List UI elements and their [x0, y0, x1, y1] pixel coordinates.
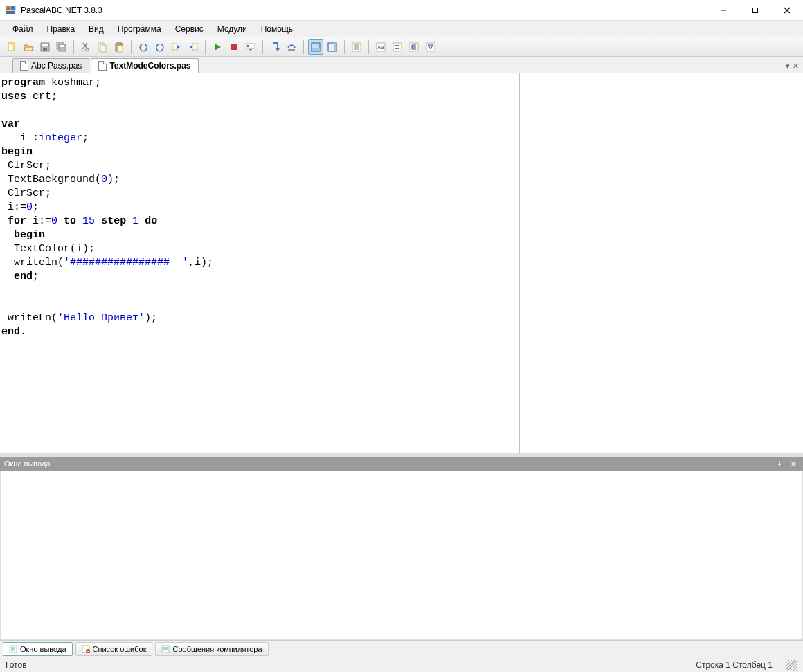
svg-rect-32 [288, 49, 295, 51]
toolbar-separator [205, 40, 206, 54]
pin-icon[interactable] [774, 458, 785, 469]
generate-button[interactable] [423, 39, 438, 55]
undo-button[interactable] [136, 39, 151, 55]
properties-button[interactable] [349, 39, 364, 55]
menu-program[interactable]: Программа [111, 22, 168, 36]
svg-rect-13 [43, 48, 47, 51]
svg-rect-24 [117, 42, 121, 44]
copy-button[interactable] [95, 39, 110, 55]
step-into-button[interactable] [267, 39, 282, 55]
stop-button[interactable] [226, 39, 242, 55]
toolbar-separator [344, 40, 345, 54]
svg-rect-31 [247, 46, 249, 47]
svg-rect-30 [247, 45, 249, 46]
close-button[interactable] [771, 0, 803, 20]
svg-rect-29 [246, 44, 255, 48]
bottom-tab-label: Список ошибок [93, 645, 147, 653]
toggle-sidebar-button[interactable] [325, 39, 340, 55]
toggle-output-panel-button[interactable] [308, 39, 323, 55]
minimize-button[interactable] [707, 0, 739, 20]
svg-rect-34 [312, 48, 320, 51]
compiler-icon [161, 645, 170, 653]
bottom-tab-compiler[interactable]: Сообщения компилятора [155, 642, 268, 656]
svg-rect-28 [231, 44, 237, 50]
status-cursor-position: Строка 1 Столбец 1 [696, 660, 773, 670]
titlebar: AB PascalABC.NET 3.8.3 [0, 0, 803, 21]
svg-rect-12 [42, 44, 48, 46]
open-file-button[interactable] [21, 39, 36, 55]
svg-rect-25 [118, 46, 123, 52]
toolbar-separator [73, 40, 74, 54]
new-file-button[interactable] [4, 39, 19, 55]
save-button[interactable] [37, 39, 53, 55]
toolbar-separator [303, 40, 304, 54]
bottom-tab-label: Окно вывода [20, 645, 66, 653]
bottom-tab-output[interactable]: Окно вывода [3, 642, 73, 656]
output-panel-body[interactable] [0, 471, 803, 640]
svg-rect-36 [334, 43, 336, 51]
svg-point-20 [86, 48, 89, 51]
status-ready: Готов [6, 660, 696, 670]
menu-help[interactable]: Помощь [254, 22, 300, 36]
bottom-tabs: Окно вывода Список ошибок Сообщения комп… [0, 640, 803, 657]
side-panel [519, 73, 803, 453]
tab-label: Abc Pass.pas [31, 61, 82, 71]
output-panel-title: Окно вывода [4, 460, 771, 468]
statusbar: Готов Строка 1 Столбец 1 [0, 657, 803, 672]
expand-button[interactable] [406, 39, 422, 55]
output-panel-header: Окно вывода [0, 457, 803, 471]
paste-button[interactable] [111, 39, 127, 55]
svg-rect-43 [393, 43, 402, 51]
collapse-button[interactable] [390, 39, 405, 55]
svg-rect-6 [753, 8, 758, 12]
menubar: Файл Правка Вид Программа Сервис Модули … [0, 21, 803, 37]
tab-close-button[interactable]: ✕ [793, 62, 799, 71]
tab-label: TextModeColors.pas [109, 61, 190, 71]
menu-service[interactable]: Сервис [168, 22, 210, 36]
tab-textmodecolors[interactable]: TextModeColors.pas [91, 58, 198, 73]
menu-modules[interactable]: Модули [210, 22, 254, 36]
editor-tabs: Abc Pass.pas TextModeColors.pas ▾ ✕ [0, 57, 803, 73]
output-icon [9, 645, 17, 653]
window-controls [707, 0, 803, 20]
svg-rect-27 [192, 44, 197, 50]
bottom-tab-label: Сообщения компилятора [172, 645, 262, 653]
nav-back-button[interactable] [169, 39, 184, 55]
toolbar-separator [262, 40, 263, 54]
menu-view[interactable]: Вид [82, 22, 111, 36]
code-editor[interactable]: program koshmar; uses crt; var i :intege… [0, 73, 519, 453]
app-icon: AB [6, 5, 17, 16]
menu-edit[interactable]: Правка [40, 22, 82, 36]
document-icon [20, 61, 28, 71]
toolbar: AB [0, 37, 803, 57]
error-icon [82, 645, 90, 653]
run-button[interactable] [210, 39, 225, 55]
tab-dropdown-button[interactable]: ▾ [786, 62, 790, 71]
close-panel-icon[interactable] [788, 458, 799, 469]
horizontal-splitter[interactable] [0, 453, 803, 457]
menu-file[interactable]: Файл [6, 22, 40, 36]
document-icon [98, 61, 107, 71]
tab-abc-pass[interactable]: Abc Pass.pas [12, 58, 89, 73]
format-button[interactable]: AB [373, 39, 388, 55]
svg-rect-51 [426, 43, 435, 51]
step-over-button[interactable] [284, 39, 299, 55]
svg-text:AB: AB [377, 45, 384, 50]
resize-grip-icon[interactable] [786, 660, 797, 671]
redo-button[interactable] [152, 39, 168, 55]
window-title: PascalABC.NET 3.8.3 [21, 6, 707, 15]
toolbar-separator [131, 40, 132, 54]
editor-area: program koshmar; uses crt; var i :intege… [0, 73, 803, 453]
svg-rect-26 [172, 44, 177, 50]
bottom-tab-errors[interactable]: Список ошибок [75, 642, 153, 656]
svg-rect-22 [100, 45, 106, 52]
maximize-button[interactable] [739, 0, 771, 20]
nav-forward-button[interactable] [186, 39, 201, 55]
save-all-button[interactable] [54, 39, 69, 55]
cut-button[interactable] [78, 39, 93, 55]
toolbar-separator [368, 40, 369, 54]
svg-point-19 [82, 48, 84, 51]
svg-point-10 [12, 42, 16, 46]
svg-rect-4 [6, 11, 15, 14]
compile-button[interactable] [243, 39, 258, 55]
